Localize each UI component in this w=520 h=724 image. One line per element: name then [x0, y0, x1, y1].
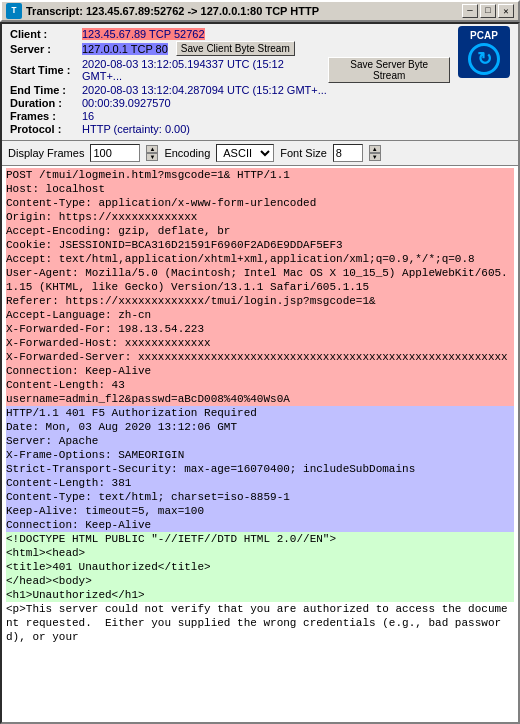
server-label: Server :: [10, 43, 82, 55]
fontsize-down-btn[interactable]: ▼: [369, 153, 381, 161]
content-line: <p>This server could not verify that you…: [6, 602, 514, 644]
duration-value: 00:00:39.0927570: [82, 97, 171, 109]
content-line: Strict-Transport-Security: max-age=16070…: [6, 462, 514, 476]
content-line: Keep-Alive: timeout=5, max=100: [6, 504, 514, 518]
content-line: Origin: https://xxxxxxxxxxxxx: [6, 210, 514, 224]
content-line: Referer: https://xxxxxxxxxxxxx/tmui/logi…: [6, 294, 514, 308]
server-value: 127.0.0.1 TCP 80: [82, 43, 168, 55]
endtime-value: 2020-08-03 13:12:04.287094 UTC (15:12 GM…: [82, 84, 327, 96]
content-line: Content-Length: 381: [6, 476, 514, 490]
frames-spinner: ▲ ▼: [146, 145, 158, 161]
starttime-value: 2020-08-03 13:12:05.194337 UTC (15:12 GM…: [82, 58, 324, 82]
content-line: <html><head>: [6, 546, 514, 560]
content-line: Cookie: JSESSIONID=BCA316D21591F6960F2AD…: [6, 238, 514, 252]
content-line: <h1>Unauthorized</h1>: [6, 588, 514, 602]
content-line: Content-Type: application/x-www-form-url…: [6, 196, 514, 210]
encoding-select[interactable]: ASCII UTF-8 Hex: [216, 144, 274, 162]
content-line: Server: Apache: [6, 434, 514, 448]
display-frames-input[interactable]: [90, 144, 140, 162]
duration-row: Duration : 00:00:39.0927570: [10, 97, 450, 109]
content-line: Accept-Encoding: gzip, deflate, br: [6, 224, 514, 238]
pcap-logo: PCAP ↻: [458, 26, 510, 78]
frames-up-btn[interactable]: ▲: [146, 145, 158, 153]
maximize-button[interactable]: □: [480, 4, 496, 18]
server-row: Server : 127.0.0.1 TCP 80 Save Client By…: [10, 41, 450, 56]
save-server-btn[interactable]: Save Server Byte Stream: [328, 57, 450, 83]
client-row: Client : 123.45.67.89 TCP 52762: [10, 28, 450, 40]
window-controls: — □ ✕: [462, 4, 514, 18]
content-line: Host: localhost: [6, 182, 514, 196]
encoding-label: Encoding: [164, 147, 210, 159]
content-line: POST /tmui/logmein.html?msgcode=1& HTTP/…: [6, 168, 514, 182]
title-bar: T Transcript: 123.45.67.89:52762 -> 127.…: [0, 0, 520, 22]
content-line: User-Agent: Mozilla/5.0 (Macintosh; Inte…: [6, 266, 514, 294]
content-line: Content-Length: 43: [6, 378, 514, 392]
frames-row: Frames : 16: [10, 110, 450, 122]
pcap-circle-icon: ↻: [468, 43, 500, 75]
frames-label: Frames :: [10, 110, 82, 122]
endtime-row: End Time : 2020-08-03 13:12:04.287094 UT…: [10, 84, 450, 96]
info-section: Client : 123.45.67.89 TCP 52762 Server :…: [2, 24, 518, 141]
main-window: Client : 123.45.67.89 TCP 52762 Server :…: [0, 22, 520, 724]
content-line: HTTP/1.1 401 F5 Authorization Required: [6, 406, 514, 420]
content-line: username=admin_fl2&passwd=aBcD008%40%40W…: [6, 392, 514, 406]
pcap-text: PCAP: [470, 30, 498, 41]
protocol-label: Protocol :: [10, 123, 82, 135]
content-line: <title>401 Unauthorized</title>: [6, 560, 514, 574]
starttime-label: Start Time :: [10, 64, 82, 76]
content-line: X-Forwarded-For: 198.13.54.223: [6, 322, 514, 336]
fontsize-spinner: ▲ ▼: [369, 145, 381, 161]
app-icon: T: [6, 3, 22, 19]
toolbar: Display Frames ▲ ▼ Encoding ASCII UTF-8 …: [2, 141, 518, 166]
content-line: <!DOCTYPE HTML PUBLIC "-//IETF//DTD HTML…: [6, 532, 514, 546]
fontsize-up-btn[interactable]: ▲: [369, 145, 381, 153]
content-area[interactable]: POST /tmui/logmein.html?msgcode=1& HTTP/…: [2, 166, 518, 722]
content-line: X-Forwarded-Host: xxxxxxxxxxxxx: [6, 336, 514, 350]
display-frames-label: Display Frames: [8, 147, 84, 159]
endtime-label: End Time :: [10, 84, 82, 96]
pcap-arrow-icon: ↻: [477, 48, 492, 70]
save-client-btn[interactable]: Save Client Byte Stream: [176, 41, 295, 56]
content-line: Connection: Keep-Alive: [6, 364, 514, 378]
content-line: X-Frame-Options: SAMEORIGIN: [6, 448, 514, 462]
content-line: </head><body>: [6, 574, 514, 588]
starttime-row: Start Time : 2020-08-03 13:12:05.194337 …: [10, 57, 450, 83]
duration-label: Duration :: [10, 97, 82, 109]
close-button[interactable]: ✕: [498, 4, 514, 18]
window-title: Transcript: 123.45.67.89:52762 -> 127.0.…: [26, 5, 462, 17]
frames-value: 16: [82, 110, 94, 122]
protocol-value: HTTP (certainty: 0.00): [82, 123, 190, 135]
protocol-row: Protocol : HTTP (certainty: 0.00): [10, 123, 450, 135]
content-line: X-Forwarded-Server: xxxxxxxxxxxxxxxxxxxx…: [6, 350, 514, 364]
content-line: Content-Type: text/html; charset=iso-885…: [6, 490, 514, 504]
font-size-input[interactable]: [333, 144, 363, 162]
client-value: 123.45.67.89 TCP 52762: [82, 28, 205, 40]
minimize-button[interactable]: —: [462, 4, 478, 18]
font-size-label: Font Size: [280, 147, 326, 159]
frames-down-btn[interactable]: ▼: [146, 153, 158, 161]
content-line: Connection: Keep-Alive: [6, 518, 514, 532]
client-label: Client :: [10, 28, 82, 40]
content-line: Accept: text/html,application/xhtml+xml,…: [6, 252, 514, 266]
content-line: Accept-Language: zh-cn: [6, 308, 514, 322]
content-line: Date: Mon, 03 Aug 2020 13:12:06 GMT: [6, 420, 514, 434]
